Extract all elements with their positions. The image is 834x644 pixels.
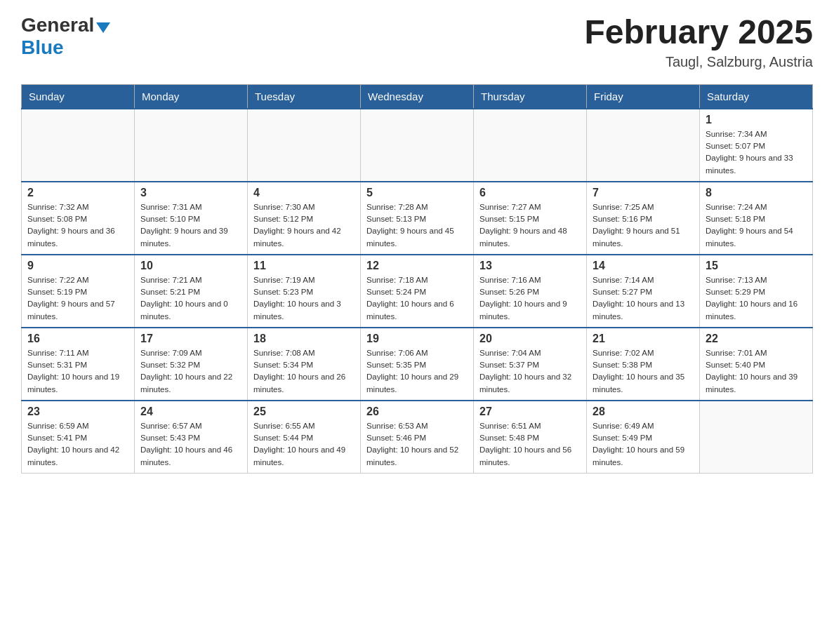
calendar-cell: 20Sunrise: 7:04 AMSunset: 5:37 PMDayligh… — [474, 328, 587, 401]
day-number: 17 — [140, 333, 241, 345]
sunrise-text: Sunrise: 7:27 AM — [479, 203, 541, 211]
sunrise-text: Sunrise: 7:13 AM — [706, 276, 767, 284]
daylight-text: Daylight: 10 hours and 16 minutes. — [706, 300, 797, 320]
day-info: Sunrise: 6:49 AMSunset: 5:49 PMDaylight:… — [593, 420, 694, 469]
calendar-cell: 5Sunrise: 7:28 AMSunset: 5:13 PMDaylight… — [361, 182, 474, 255]
sunrise-text: Sunrise: 7:21 AM — [140, 276, 202, 284]
sunset-text: Sunset: 5:43 PM — [140, 434, 200, 442]
calendar-cell: 9Sunrise: 7:22 AMSunset: 5:19 PMDaylight… — [22, 255, 135, 328]
calendar-cell: 24Sunrise: 6:57 AMSunset: 5:43 PMDayligh… — [135, 401, 248, 474]
calendar-cell: 26Sunrise: 6:53 AMSunset: 5:46 PMDayligh… — [361, 401, 474, 474]
calendar-cell: 4Sunrise: 7:30 AMSunset: 5:12 PMDaylight… — [248, 182, 361, 255]
day-number: 11 — [253, 260, 355, 272]
sunrise-text: Sunrise: 6:57 AM — [140, 422, 202, 430]
calendar-cell: 10Sunrise: 7:21 AMSunset: 5:21 PMDayligh… — [135, 255, 248, 328]
daylight-text: Daylight: 10 hours and 35 minutes. — [593, 373, 684, 393]
day-number: 23 — [27, 405, 128, 418]
daylight-text: Daylight: 10 hours and 39 minutes. — [706, 373, 797, 393]
day-info: Sunrise: 6:57 AMSunset: 5:43 PMDaylight:… — [140, 420, 241, 469]
calendar-header-row: Sunday Monday Tuesday Wednesday Thursday… — [22, 84, 813, 109]
daylight-text: Daylight: 10 hours and 59 minutes. — [593, 445, 684, 466]
day-info: Sunrise: 7:28 AMSunset: 5:13 PMDaylight:… — [366, 201, 468, 250]
day-info: Sunrise: 7:22 AMSunset: 5:19 PMDaylight:… — [27, 274, 128, 323]
calendar-week-row: 1Sunrise: 7:34 AMSunset: 5:07 PMDaylight… — [22, 109, 813, 182]
sunset-text: Sunset: 5:26 PM — [479, 288, 539, 296]
calendar-subtitle: Taugl, Salzburg, Austria — [584, 54, 813, 70]
sunrise-text: Sunrise: 7:24 AM — [706, 203, 767, 211]
sunrise-text: Sunrise: 6:53 AM — [366, 422, 428, 430]
logo-general-text: General — [21, 14, 94, 36]
col-thursday: Thursday — [474, 84, 587, 109]
sunset-text: Sunset: 5:35 PM — [366, 361, 426, 369]
calendar-cell — [700, 401, 813, 474]
calendar-cell: 15Sunrise: 7:13 AMSunset: 5:29 PMDayligh… — [700, 255, 813, 328]
calendar-cell: 28Sunrise: 6:49 AMSunset: 5:49 PMDayligh… — [587, 401, 700, 474]
sunrise-text: Sunrise: 7:01 AM — [706, 349, 767, 357]
day-info: Sunrise: 7:25 AMSunset: 5:16 PMDaylight:… — [593, 201, 694, 250]
calendar-cell: 6Sunrise: 7:27 AMSunset: 5:15 PMDaylight… — [474, 182, 587, 255]
daylight-text: Daylight: 10 hours and 9 minutes. — [479, 300, 567, 320]
daylight-text: Daylight: 9 hours and 39 minutes. — [140, 227, 228, 247]
sunrise-text: Sunrise: 7:32 AM — [27, 203, 89, 211]
calendar-cell: 2Sunrise: 7:32 AMSunset: 5:08 PMDaylight… — [22, 182, 135, 255]
sunrise-text: Sunrise: 6:59 AM — [27, 422, 89, 430]
calendar-week-row: 2Sunrise: 7:32 AMSunset: 5:08 PMDaylight… — [22, 182, 813, 255]
daylight-text: Daylight: 9 hours and 42 minutes. — [253, 227, 341, 247]
calendar-cell: 1Sunrise: 7:34 AMSunset: 5:07 PMDaylight… — [700, 109, 813, 182]
sunrise-text: Sunrise: 7:31 AM — [140, 203, 202, 211]
day-number: 9 — [27, 260, 128, 272]
daylight-text: Daylight: 10 hours and 29 minutes. — [366, 373, 458, 393]
day-info: Sunrise: 7:16 AMSunset: 5:26 PMDaylight:… — [479, 274, 581, 323]
day-info: Sunrise: 7:34 AMSunset: 5:07 PMDaylight:… — [706, 128, 807, 177]
calendar-cell — [22, 109, 135, 182]
title-section: February 2025 Taugl, Salzburg, Austria — [584, 14, 813, 70]
sunset-text: Sunset: 5:10 PM — [140, 215, 200, 223]
daylight-text: Daylight: 10 hours and 32 minutes. — [479, 373, 571, 393]
sunset-text: Sunset: 5:07 PM — [706, 142, 765, 150]
sunset-text: Sunset: 5:16 PM — [593, 215, 652, 223]
sunrise-text: Sunrise: 7:11 AM — [27, 349, 89, 357]
sunrise-text: Sunrise: 7:09 AM — [140, 349, 202, 357]
calendar-week-row: 16Sunrise: 7:11 AMSunset: 5:31 PMDayligh… — [22, 328, 813, 401]
logo-triangle-icon — [96, 22, 110, 33]
calendar-week-row: 23Sunrise: 6:59 AMSunset: 5:41 PMDayligh… — [22, 401, 813, 474]
calendar-cell: 27Sunrise: 6:51 AMSunset: 5:48 PMDayligh… — [474, 401, 587, 474]
day-number: 28 — [593, 405, 694, 418]
calendar-cell: 16Sunrise: 7:11 AMSunset: 5:31 PMDayligh… — [22, 328, 135, 401]
calendar-cell: 13Sunrise: 7:16 AMSunset: 5:26 PMDayligh… — [474, 255, 587, 328]
day-info: Sunrise: 7:09 AMSunset: 5:32 PMDaylight:… — [140, 347, 241, 396]
day-number: 14 — [593, 260, 694, 272]
day-info: Sunrise: 7:02 AMSunset: 5:38 PMDaylight:… — [593, 347, 694, 396]
daylight-text: Daylight: 10 hours and 3 minutes. — [253, 300, 341, 320]
calendar-cell — [135, 109, 248, 182]
day-number: 13 — [479, 260, 581, 272]
day-number: 12 — [366, 260, 468, 272]
sunset-text: Sunset: 5:24 PM — [366, 288, 426, 296]
sunrise-text: Sunrise: 7:08 AM — [253, 349, 315, 357]
sunrise-text: Sunrise: 7:14 AM — [593, 276, 654, 284]
day-number: 1 — [706, 114, 807, 126]
sunset-text: Sunset: 5:34 PM — [253, 361, 313, 369]
day-number: 21 — [593, 333, 694, 345]
calendar-cell: 12Sunrise: 7:18 AMSunset: 5:24 PMDayligh… — [361, 255, 474, 328]
sunset-text: Sunset: 5:19 PM — [27, 288, 87, 296]
logo: General Blue — [21, 14, 110, 59]
calendar-cell: 25Sunrise: 6:55 AMSunset: 5:44 PMDayligh… — [248, 401, 361, 474]
sunset-text: Sunset: 5:48 PM — [479, 434, 539, 442]
daylight-text: Daylight: 10 hours and 22 minutes. — [140, 373, 232, 393]
calendar-cell: 11Sunrise: 7:19 AMSunset: 5:23 PMDayligh… — [248, 255, 361, 328]
sunset-text: Sunset: 5:38 PM — [593, 361, 652, 369]
day-info: Sunrise: 7:01 AMSunset: 5:40 PMDaylight:… — [706, 347, 807, 396]
sunrise-text: Sunrise: 6:49 AM — [593, 422, 654, 430]
sunset-text: Sunset: 5:12 PM — [253, 215, 313, 223]
col-saturday: Saturday — [700, 84, 813, 109]
sunset-text: Sunset: 5:40 PM — [706, 361, 765, 369]
calendar-cell — [587, 109, 700, 182]
sunset-text: Sunset: 5:15 PM — [479, 215, 539, 223]
calendar-table: Sunday Monday Tuesday Wednesday Thursday… — [21, 84, 813, 474]
calendar-cell — [474, 109, 587, 182]
daylight-text: Daylight: 10 hours and 42 minutes. — [27, 445, 119, 466]
sunset-text: Sunset: 5:18 PM — [706, 215, 765, 223]
daylight-text: Daylight: 9 hours and 36 minutes. — [27, 227, 115, 247]
daylight-text: Daylight: 10 hours and 56 minutes. — [479, 445, 571, 466]
